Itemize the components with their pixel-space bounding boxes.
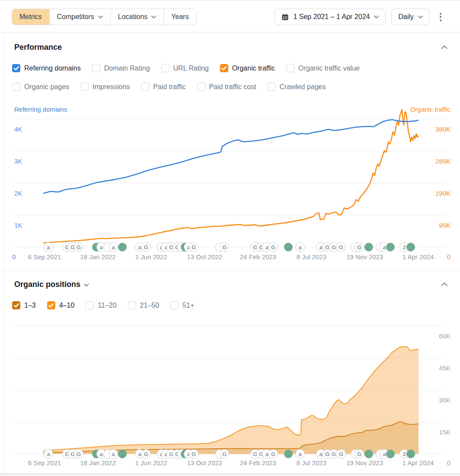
- x-axis-date-label: 8 Jul 2023: [297, 459, 326, 466]
- checkbox-label: Paid traffic cost: [209, 83, 256, 91]
- checkbox-label: Organic pages: [24, 83, 69, 91]
- event-dot-marker[interactable]: [284, 450, 293, 458]
- event-dot-marker[interactable]: [364, 450, 373, 458]
- checkbox-domain-rating[interactable]: Domain Rating: [92, 64, 150, 72]
- collapse-positions-icon[interactable]: [441, 282, 448, 286]
- event-badge-G[interactable]: G: [336, 242, 346, 252]
- right-axis-title: Organic traffic: [410, 106, 450, 113]
- event-dot-marker[interactable]: [386, 450, 395, 458]
- x-axis-date-label: 18 Jan 2022: [80, 253, 116, 261]
- event-badge-a[interactable]: a: [109, 242, 118, 252]
- x-axis-date-label: 1 Apr 2024: [402, 253, 434, 261]
- event-badge-G[interactable]: G: [74, 242, 83, 252]
- chevron-down-icon: [374, 16, 379, 19]
- event-badge-G[interactable]: G: [268, 449, 278, 459]
- granularity-button[interactable]: Daily: [391, 9, 430, 25]
- performance-metrics-row-2: Organic pagesImpressionsPaid trafficPaid…: [12, 83, 326, 91]
- checkbox-referring-domains[interactable]: Referring domains: [12, 64, 81, 72]
- event-badge-G[interactable]: G: [74, 449, 83, 459]
- event-badge-G[interactable]: G: [189, 449, 198, 459]
- y-axis-right-tick: 285K: [435, 158, 450, 165]
- event-badge-G[interactable]: G: [355, 242, 364, 252]
- performance-chart[interactable]: [14, 115, 446, 247]
- event-dot-marker[interactable]: [118, 243, 127, 251]
- unchecked-checkbox-icon: [92, 64, 100, 72]
- tab-years[interactable]: Years: [164, 9, 196, 25]
- y-axis-right-tick: 190K: [435, 190, 450, 197]
- event-badge-G[interactable]: G: [355, 449, 364, 459]
- checked-checkbox-icon: [220, 64, 228, 72]
- checkbox-organic-traffic[interactable]: Organic traffic: [220, 64, 275, 72]
- unchecked-checkbox-icon: [161, 64, 169, 72]
- event-badge-a[interactable]: a: [295, 449, 305, 459]
- event-badge-a[interactable]: a: [109, 449, 118, 459]
- checkbox-label: Organic traffic value: [298, 64, 360, 72]
- checkbox-label: Referring domains: [24, 64, 81, 72]
- unchecked-checkbox-icon: [286, 64, 294, 72]
- event-badge-G[interactable]: G: [141, 242, 151, 252]
- x-axis-date-label: 18 Jan 2022: [80, 459, 116, 466]
- y-axis-right-tick: 60K: [439, 332, 450, 340]
- checkbox-organic-pages[interactable]: Organic pages: [12, 83, 69, 91]
- checkbox-organic-traffic-value[interactable]: Organic traffic value: [286, 64, 360, 72]
- x-axis-date-label: 8 Jul 2023: [297, 253, 326, 261]
- event-dot-marker[interactable]: [284, 243, 293, 251]
- y-axis-left-tick: 3K: [14, 158, 22, 165]
- event-badge-a[interactable]: a: [44, 242, 53, 252]
- checkbox-label: Organic traffic: [232, 64, 275, 72]
- checkbox-impressions[interactable]: Impressions: [80, 83, 130, 91]
- event-badge-G[interactable]: G: [268, 242, 278, 252]
- x-axis-date-label: 19 Nov 2023: [346, 253, 383, 261]
- event-badge-G[interactable]: G: [220, 242, 229, 252]
- event-badge-a[interactable]: a: [295, 242, 305, 252]
- y-axis-left-tick: 1K: [14, 222, 22, 229]
- checkbox-4-10[interactable]: 4–10: [47, 301, 75, 309]
- checkbox-label: URL Rating: [173, 64, 209, 72]
- tab-label: Competitors: [57, 13, 94, 21]
- checkbox-1-3[interactable]: 1–3: [12, 301, 36, 309]
- date-range-button[interactable]: 1 Sep 2021 – 1 Apr 2024: [275, 9, 386, 25]
- checkbox-11-20[interactable]: 11–20: [86, 301, 116, 309]
- more-options-button[interactable]: [435, 9, 446, 25]
- x-axis-date-label: 19 Nov 2023: [346, 459, 383, 466]
- tab-locations[interactable]: Locations: [111, 9, 164, 25]
- collapse-performance-icon[interactable]: [441, 45, 448, 49]
- x-axis-date-label: 24 Feb 2023: [240, 253, 276, 261]
- x-axis-date-label: 24 Feb 2023: [240, 459, 276, 466]
- event-dot-marker[interactable]: [364, 243, 373, 251]
- checkbox-paid-traffic[interactable]: Paid traffic: [141, 83, 185, 91]
- unchecked-checkbox-icon: [128, 301, 136, 309]
- checked-checkbox-icon: [12, 301, 20, 309]
- x-axis-date-label: 1 Apr 2024: [402, 459, 434, 466]
- event-badge-G[interactable]: G: [336, 449, 346, 459]
- chevron-down-icon: [98, 16, 103, 19]
- event-dot-marker[interactable]: [118, 450, 127, 458]
- x-axis-date-label: 1 Jun 2022: [135, 459, 167, 466]
- event-dot-marker[interactable]: [406, 243, 415, 251]
- tab-label: Locations: [118, 13, 148, 21]
- event-badge-G[interactable]: G: [220, 449, 229, 459]
- checkbox-paid-traffic-cost[interactable]: Paid traffic cost: [197, 83, 256, 91]
- chevron-down-icon: [418, 16, 423, 19]
- tab-metrics[interactable]: Metrics: [12, 9, 50, 25]
- performance-title: Performance: [14, 43, 62, 52]
- checkbox-url-rating[interactable]: URL Rating: [161, 64, 209, 72]
- x-axis-date-label: 13 Oct 2022: [187, 253, 222, 261]
- x-axis-date-label: 6 Sep 2021: [28, 459, 61, 466]
- checkbox-21-50[interactable]: 21–50: [128, 301, 160, 309]
- checkbox-label: 51+: [182, 302, 194, 309]
- toolbar: MetricsCompetitorsLocationsYears 1 Sep 2…: [0, 1, 460, 32]
- event-badge-G[interactable]: G: [189, 242, 198, 252]
- checkbox-crawled-pages[interactable]: Crawled pages: [268, 83, 326, 91]
- y-axis-right-tick: 380K: [435, 125, 450, 133]
- checkbox-51-[interactable]: 51+: [170, 301, 194, 309]
- date-range-label: 1 Sep 2021 – 1 Apr 2024: [293, 13, 370, 21]
- event-badge-a[interactable]: a: [44, 449, 53, 459]
- tab-competitors[interactable]: Competitors: [50, 9, 111, 25]
- organic-positions-title[interactable]: Organic positions: [14, 280, 89, 289]
- event-dot-marker[interactable]: [406, 450, 415, 458]
- event-dot-marker[interactable]: [386, 243, 395, 251]
- view-switcher: MetricsCompetitorsLocationsYears: [12, 9, 197, 25]
- positions-chart[interactable]: [14, 322, 446, 454]
- event-badge-G[interactable]: G: [141, 449, 151, 459]
